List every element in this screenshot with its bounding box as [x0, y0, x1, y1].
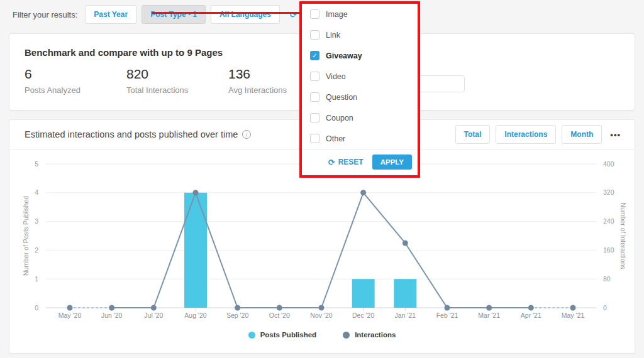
svg-text:May '20: May '20: [58, 312, 82, 319]
legend-interactions[interactable]: Interactions: [343, 331, 396, 339]
checkbox[interactable]: [310, 92, 319, 102]
svg-text:Mar '21: Mar '21: [478, 312, 500, 319]
interactions-legend-dot: [343, 332, 350, 339]
svg-text:4: 4: [35, 188, 38, 196]
svg-text:400: 400: [603, 160, 614, 168]
option-label: Giveaway: [326, 52, 362, 60]
checkbox[interactable]: [310, 113, 319, 122]
svg-text:Number of Interactions: Number of Interactions: [619, 202, 627, 269]
option-video[interactable]: Video: [302, 66, 418, 87]
stat-posts-analyzed: 6 Posts Analyzed: [25, 67, 126, 95]
refresh-icon: ⟳: [290, 11, 297, 19]
option-image[interactable]: Image: [302, 4, 418, 24]
filter-bar-label: Filter your results:: [13, 10, 77, 19]
svg-text:Jun '20: Jun '20: [101, 312, 123, 319]
stat-label: Posts Analyzed: [25, 85, 126, 95]
svg-text:Nov '20: Nov '20: [310, 312, 332, 319]
dropdown-reset-button[interactable]: ⟳ RESET: [328, 158, 364, 166]
filter-button-past-year[interactable]: Past Year: [85, 5, 136, 24]
legend-label: Interactions: [355, 331, 396, 339]
svg-text:Dec '20: Dec '20: [352, 312, 374, 319]
chart-title-text: Estimated interactions and posts publish…: [25, 129, 238, 139]
svg-text:Aug '20: Aug '20: [184, 312, 206, 319]
option-question[interactable]: Question: [302, 87, 418, 107]
refresh-icon: ⟳: [328, 158, 335, 166]
svg-text:Feb '21: Feb '21: [436, 312, 458, 319]
dropdown-footer: ⟳ RESET APPLY: [302, 149, 418, 175]
svg-text:Jan '21: Jan '21: [395, 312, 416, 319]
svg-text:3: 3: [35, 217, 38, 225]
option-label: Question: [326, 93, 357, 102]
post-type-dropdown: Image Link ✓ Giveaway Video Question Cou…: [302, 4, 418, 175]
option-label: Other: [326, 134, 345, 143]
checkbox[interactable]: [310, 134, 319, 143]
legend-label: Posts Published: [260, 331, 316, 339]
option-coupon[interactable]: Coupon: [302, 107, 418, 128]
checkbox[interactable]: [310, 72, 319, 81]
checkbox[interactable]: [310, 9, 319, 19]
apply-button[interactable]: APPLY: [372, 155, 412, 170]
filter-button-all-languages[interactable]: All Languages: [211, 5, 280, 24]
option-label: Image: [326, 10, 348, 19]
svg-text:240: 240: [603, 217, 614, 225]
checkbox[interactable]: [310, 30, 319, 40]
post-type-options: Image Link ✓ Giveaway Video Question Cou…: [302, 4, 418, 149]
more-menu-icon[interactable]: •••: [610, 130, 621, 139]
svg-text:1: 1: [35, 275, 38, 283]
chart-legend: Posts Published Interactions: [9, 331, 635, 339]
svg-text:80: 80: [603, 275, 611, 283]
interactions-posts-chart: 012345080160240320400May '20Jun '20Jul '…: [9, 149, 636, 327]
svg-text:May '21: May '21: [562, 312, 585, 319]
svg-text:0: 0: [35, 304, 38, 312]
svg-text:Number of Posts Published: Number of Posts Published: [22, 196, 30, 276]
stat-value: 6: [25, 67, 126, 82]
svg-text:5: 5: [35, 160, 38, 168]
option-label: Video: [326, 72, 346, 81]
dropdown-reset-label: RESET: [338, 158, 364, 166]
svg-text:320: 320: [603, 188, 614, 196]
total-toggle-button[interactable]: Total: [455, 125, 491, 144]
stat-label: Total Interactions: [126, 85, 228, 95]
svg-text:Apr '21: Apr '21: [521, 312, 541, 319]
chart-header-buttons: Total Interactions Month •••: [455, 125, 621, 144]
chart-title: Estimated interactions and posts publish…: [25, 129, 251, 139]
svg-text:2: 2: [35, 246, 38, 254]
info-icon[interactable]: i: [242, 130, 251, 139]
interactions-toggle-button[interactable]: Interactions: [496, 125, 556, 144]
option-other[interactable]: Other: [302, 128, 418, 149]
option-label: Coupon: [326, 114, 353, 122]
svg-text:Oct '20: Oct '20: [269, 312, 290, 319]
svg-text:Sep '20: Sep '20: [226, 312, 248, 319]
svg-text:0: 0: [603, 304, 607, 312]
checkbox[interactable]: ✓: [310, 51, 319, 60]
option-giveaway[interactable]: ✓ Giveaway: [302, 45, 418, 66]
stat-value: 820: [126, 67, 228, 82]
filter-button-post-type[interactable]: Post Type - 1: [142, 5, 206, 24]
option-label: Link: [326, 31, 340, 40]
stat-total-interactions: 820 Total Interactions: [126, 67, 228, 95]
month-toggle-button[interactable]: Month: [562, 125, 602, 144]
svg-text:Jul '20: Jul '20: [144, 312, 163, 319]
posts-published-legend-dot: [248, 332, 255, 339]
legend-posts-published[interactable]: Posts Published: [248, 331, 316, 339]
option-link[interactable]: Link: [302, 24, 418, 45]
svg-text:160: 160: [603, 246, 614, 254]
